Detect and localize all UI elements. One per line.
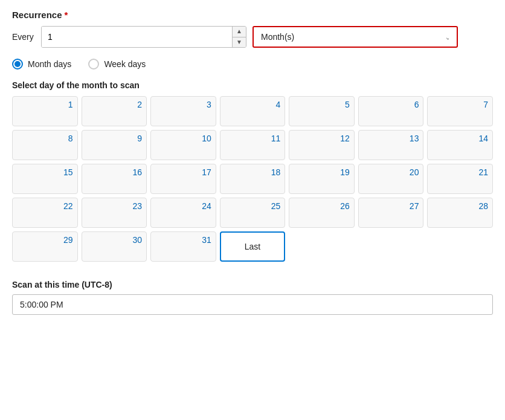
day-cell-26[interactable]: 26 bbox=[289, 198, 355, 228]
day-cell-17[interactable]: 17 bbox=[150, 164, 216, 194]
scan-time-input[interactable] bbox=[12, 294, 493, 315]
day-cell-3[interactable]: 3 bbox=[150, 96, 216, 126]
day-cell-13[interactable]: 13 bbox=[358, 130, 424, 160]
chevron-down-icon: ⦦ bbox=[446, 33, 449, 41]
day-cell-25[interactable]: 25 bbox=[220, 198, 286, 228]
day-cell-31[interactable]: 31 bbox=[150, 231, 216, 262]
radio-label-month-days: Month days bbox=[28, 59, 71, 69]
day-cell-24[interactable]: 24 bbox=[150, 198, 216, 228]
day-cell-6[interactable]: 6 bbox=[358, 96, 424, 126]
day-cell-5[interactable]: 5 bbox=[289, 96, 355, 126]
day-cell-12[interactable]: 12 bbox=[289, 130, 355, 160]
recurrence-title: Recurrence * bbox=[12, 10, 493, 20]
day-cell-2[interactable]: 2 bbox=[82, 96, 147, 126]
day-cell-1[interactable]: 1 bbox=[12, 96, 78, 126]
day-cell-18[interactable]: 18 bbox=[220, 164, 286, 194]
select-day-label: Select day of the month to scan bbox=[12, 80, 493, 90]
day-cell-7[interactable]: 7 bbox=[427, 96, 493, 126]
recurrence-section: Recurrence * Every ▲ ▼ Month(s) ⦦ Month … bbox=[12, 10, 493, 315]
day-cell-21[interactable]: 21 bbox=[427, 164, 493, 194]
day-cell-23[interactable]: 23 bbox=[82, 198, 147, 228]
day-cell-16[interactable]: 16 bbox=[82, 164, 147, 194]
radio-circle-week-days bbox=[88, 59, 99, 69]
every-label: Every bbox=[12, 32, 35, 42]
radio-label-week-days: Week days bbox=[104, 59, 146, 69]
required-star: * bbox=[65, 10, 68, 20]
scan-time-section: Scan at this time (UTC-8) bbox=[12, 280, 493, 315]
day-cell-27[interactable]: 27 bbox=[358, 198, 424, 228]
scan-time-label: Scan at this time (UTC-8) bbox=[12, 280, 493, 289]
day-cell-9[interactable]: 9 bbox=[82, 130, 147, 160]
day-cell-30[interactable]: 30 bbox=[82, 231, 147, 262]
day-grid: 1234567891011121314151617181920212223242… bbox=[12, 96, 493, 262]
day-cell-11[interactable]: 11 bbox=[220, 130, 286, 160]
day-cell-8[interactable]: 8 bbox=[12, 130, 78, 160]
day-cell-20[interactable]: 20 bbox=[358, 164, 424, 194]
day-cell-15[interactable]: 15 bbox=[12, 164, 78, 194]
day-cell-4[interactable]: 4 bbox=[220, 96, 286, 126]
day-cell-22[interactable]: 22 bbox=[12, 198, 78, 228]
day-cell-29[interactable]: 29 bbox=[12, 231, 78, 262]
radio-month-days[interactable]: Month days bbox=[12, 59, 71, 69]
every-row: Every ▲ ▼ Month(s) ⦦ bbox=[12, 26, 493, 48]
day-cell-14[interactable]: 14 bbox=[427, 130, 493, 160]
every-spinner[interactable]: ▲ ▼ bbox=[41, 26, 246, 48]
day-cell-28[interactable]: 28 bbox=[427, 198, 493, 228]
period-dropdown[interactable]: Month(s) ⦦ bbox=[252, 26, 458, 48]
day-cell-19[interactable]: 19 bbox=[289, 164, 355, 194]
recurrence-type-radios: Month days Week days bbox=[12, 59, 493, 69]
radio-week-days[interactable]: Week days bbox=[88, 59, 146, 69]
day-cell-last[interactable]: Last bbox=[220, 231, 286, 262]
spinner-up-button[interactable]: ▲ bbox=[233, 27, 246, 37]
spinner-down-button[interactable]: ▼ bbox=[233, 37, 246, 48]
every-input[interactable] bbox=[42, 27, 232, 47]
day-cell-10[interactable]: 10 bbox=[150, 130, 216, 160]
spinner-buttons: ▲ ▼ bbox=[232, 27, 246, 47]
period-selected-text: Month(s) bbox=[261, 32, 294, 42]
radio-circle-month-days bbox=[12, 59, 23, 69]
